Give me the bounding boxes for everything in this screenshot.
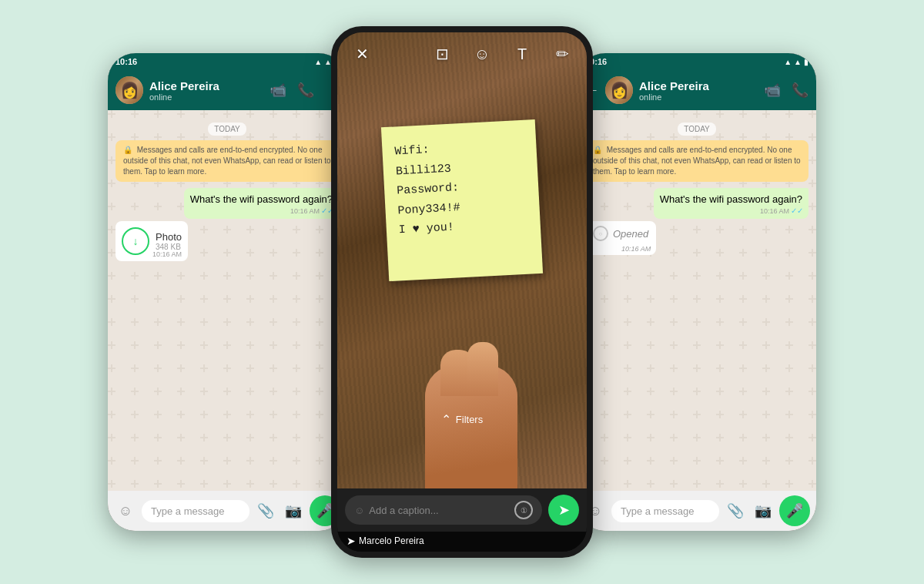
left-screen: 10:16 ▲ ▲ ▮ 👩 Alice Pereira online 📹 — [108, 53, 346, 531]
right-outgoing-text: What's the wifi password again? — [660, 193, 802, 205]
left-phone: 10:16 ▲ ▲ ▮ 👩 Alice Pereira online 📹 — [108, 53, 346, 531]
left-contact-info: Alice Pereira online — [149, 79, 263, 102]
left-photo-msg: ↓ Photo 348 KB 10:16 AM — [116, 221, 339, 261]
right-opened-time: 10:16 AM — [621, 245, 651, 253]
view-once-icon[interactable]: ① — [514, 501, 533, 519]
left-photo-bubble: ↓ Photo 348 KB 10:16 AM — [116, 221, 188, 261]
right-screen: 10:16 ▲ ▲ ▮ ← 👩 Alice Pereira online — [578, 53, 816, 531]
right-avatar: 👩 — [605, 76, 633, 104]
right-outgoing-msg: What's the wifi password again? 10:16 AM… — [585, 188, 808, 219]
right-double-tick-icon: ✓✓ — [791, 206, 803, 216]
crop-icon[interactable]: ⊡ — [430, 42, 454, 66]
right-attach-icon[interactable]: 📎 — [724, 499, 747, 522]
right-call-icon[interactable]: 📞 — [792, 82, 808, 99]
left-attach-icon[interactable]: 📎 — [254, 499, 277, 522]
opened-label: Opened — [613, 228, 648, 240]
finger-2 — [467, 342, 498, 396]
left-msg-input[interactable]: Type a message — [142, 500, 249, 522]
right-msg-input[interactable]: Type a message — [611, 500, 719, 522]
left-emoji-icon[interactable]: ☺ — [114, 499, 137, 522]
right-status-icons: ▲ ▲ ▮ — [784, 58, 808, 66]
right-input-placeholder: Type a message — [621, 505, 694, 517]
close-icon[interactable]: ✕ — [350, 42, 374, 66]
caption-input-bg: ☺ Add a caption... ① — [345, 495, 542, 525]
left-outgoing-time: 10:16 AM ✓✓ — [290, 206, 333, 216]
text-icon[interactable]: T — [510, 42, 534, 66]
sticky-note: Wifi: Billi123 Password: Pony334!# I ♥ y… — [381, 119, 543, 281]
right-header-icons: 📹 📞 — [764, 82, 808, 99]
filters-chevron-icon: ⌃ — [441, 412, 451, 427]
right-camera-icon[interactable]: 📷 — [752, 499, 775, 522]
video-call-icon[interactable]: 📹 — [270, 82, 286, 99]
caption-placeholder: Add a caption... — [369, 505, 510, 516]
right-wifi-icon: ▲ — [794, 58, 802, 66]
right-avatar-img: 👩 — [605, 76, 633, 104]
left-photo-info: Photo 348 KB — [156, 231, 182, 251]
center-screen: ✕ ⊡ ☺ T ✏ Wifi: Billi123 Password: Pony3… — [337, 32, 587, 552]
filters-bar[interactable]: ⌃ Filters — [337, 412, 587, 427]
left-avatar: 👩 — [116, 76, 143, 104]
caption-emoji-icon[interactable]: ☺ — [354, 505, 364, 516]
camera-view: Wifi: Billi123 Password: Pony334!# I ♥ y… — [337, 32, 587, 488]
right-contact-name: Alice Pereira — [639, 79, 758, 92]
left-contact-name: Alice Pereira — [149, 79, 263, 92]
left-contact-status: online — [149, 92, 263, 102]
left-date-badge: TODAY — [116, 121, 339, 136]
left-chat-header: 👩 Alice Pereira online 📹 📞 ⋮ — [108, 70, 346, 110]
right-outgoing-bubble: What's the wifi password again? 10:16 AM… — [654, 188, 808, 219]
right-system-msg: 🔒 Messages and calls are end-to-end encr… — [585, 140, 808, 182]
photo-download-icon[interactable]: ↓ — [122, 227, 149, 255]
right-status-bar: 10:16 ▲ ▲ ▮ — [578, 53, 816, 70]
left-chat-body: TODAY 🔒 Messages and calls are end-to-en… — [108, 110, 346, 491]
left-avatar-img: 👩 — [116, 76, 143, 104]
right-phone: 10:16 ▲ ▲ ▮ ← 👩 Alice Pereira online — [578, 53, 816, 531]
recipient-arrow-icon: ➤ — [346, 535, 356, 547]
sticker-emoji-icon[interactable]: ☺ — [470, 42, 494, 66]
left-time: 10:16 — [116, 57, 137, 66]
send-button[interactable]: ➤ — [548, 495, 579, 525]
right-chat-header: ← 👩 Alice Pereira online 📹 📞 — [578, 70, 816, 110]
right-battery-icon: ▮ — [804, 58, 808, 66]
left-input-placeholder: Type a message — [151, 505, 224, 517]
signal-icon: ▲ — [314, 58, 322, 66]
right-lock-icon: 🔒 — [593, 146, 602, 154]
right-date-badge: TODAY — [585, 121, 808, 136]
right-opened-msg: ○ Opened 10:16 AM — [585, 221, 808, 255]
left-outgoing-bubble: What's the wifi password again? 10:16 AM… — [184, 188, 339, 219]
right-chat-bottom: ☺ Type a message 📎 📷 🎤 — [578, 491, 816, 531]
recipient-name: Marcelo Pereira — [359, 535, 424, 546]
left-header-icons: 📹 📞 ⋮ — [270, 82, 339, 99]
left-outgoing-msg: What's the wifi password again? 10:16 AM… — [116, 188, 339, 219]
call-icon[interactable]: 📞 — [297, 82, 314, 99]
left-status-bar: 10:16 ▲ ▲ ▮ — [108, 53, 346, 70]
left-outgoing-text: What's the wifi password again? — [190, 193, 333, 205]
left-chat-bottom: ☺ Type a message 📎 📷 🎤 — [108, 491, 346, 531]
right-mic-btn[interactable]: 🎤 — [779, 495, 810, 526]
right-contact-info: Alice Pereira online — [639, 79, 758, 102]
right-video-call-icon[interactable]: 📹 — [764, 82, 781, 99]
left-photo-time: 10:16 AM — [152, 250, 182, 258]
center-phone: ✕ ⊡ ☺ T ✏ Wifi: Billi123 Password: Pony3… — [331, 26, 593, 558]
camera-edit-icons: ⊡ ☺ T ✏ — [430, 42, 574, 66]
lock-icon: 🔒 — [123, 146, 132, 154]
opened-circle-icon: ○ — [593, 226, 608, 241]
right-contact-status: online — [639, 92, 758, 102]
left-system-msg: 🔒 Messages and calls are end-to-end encr… — [116, 140, 339, 182]
right-chat-body: TODAY 🔒 Messages and calls are end-to-en… — [578, 110, 816, 491]
right-signal-icon: ▲ — [784, 58, 792, 66]
right-outgoing-time: 10:16 AM ✓✓ — [760, 206, 803, 216]
left-photo-label: Photo — [156, 231, 182, 243]
left-camera-icon[interactable]: 📷 — [282, 499, 305, 522]
hand — [425, 365, 517, 488]
caption-bar: ☺ Add a caption... ① ➤ — [337, 488, 587, 532]
right-opened-badge: ○ Opened 10:16 AM — [585, 221, 656, 255]
pen-icon[interactable]: ✏ — [550, 42, 574, 66]
marcelo-footer: ➤ Marcelo Pereira — [337, 532, 587, 552]
camera-top-bar: ✕ ⊡ ☺ T ✏ — [337, 32, 587, 76]
filters-label: Filters — [456, 414, 483, 425]
scene: 10:16 ▲ ▲ ▮ 👩 Alice Pereira online 📹 — [0, 0, 924, 584]
